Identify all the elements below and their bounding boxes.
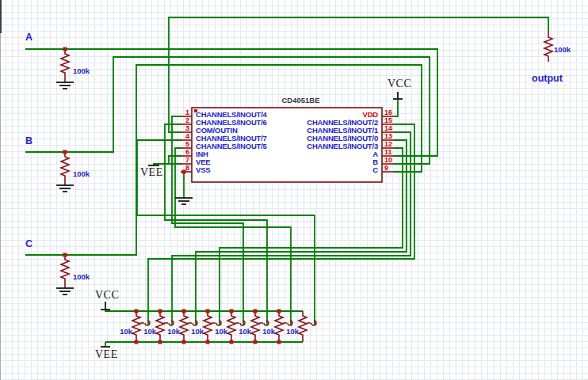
ic-pin-name-12: CHANNELS/INOUT/3 — [277, 142, 378, 150]
ladder-resistor-2-value[interactable]: 10k — [141, 328, 156, 336]
ladder-resistor-3-value[interactable]: 10k — [165, 328, 180, 336]
net-label-b[interactable]: B — [25, 136, 32, 146]
resistor-c-value[interactable]: 100k — [73, 273, 90, 281]
ladder-resistor-5[interactable] — [227, 311, 235, 342]
ladder-resistor-6[interactable] — [251, 311, 259, 342]
vcc-terminal-ladder — [101, 302, 110, 310]
schematic-canvas: CD4051BE CHANNELS/INOUT/4 CHANNELS/INOUT… — [0, 0, 588, 380]
vcc-label-ladder[interactable]: VCC — [95, 290, 119, 302]
ladder-resistor-2[interactable] — [156, 311, 164, 342]
vcc-label-ic[interactable]: VCC — [388, 78, 411, 90]
resistor-a[interactable] — [61, 49, 69, 82]
net-label-c[interactable]: C — [25, 239, 32, 249]
ladder-resistor-6-value[interactable]: 10k — [236, 328, 251, 336]
ladder-resistor-4[interactable] — [204, 311, 212, 342]
resistor-output[interactable] — [544, 32, 552, 62]
ground-c — [56, 288, 74, 294]
resistor-output-value[interactable]: 100k — [554, 46, 571, 54]
resistor-b-value[interactable]: 100k — [73, 170, 90, 178]
net-label-a[interactable]: A — [25, 32, 32, 43]
vcc-terminal-ic — [393, 92, 403, 99]
ic-pin-name-11: A — [277, 150, 378, 158]
ground-a — [56, 82, 74, 89]
ladder-resistor-7-value[interactable]: 10k — [260, 328, 275, 336]
ladder-resistor-5-value[interactable]: 10k — [212, 328, 227, 336]
ladder-resistor-1[interactable] — [132, 311, 140, 342]
ladder-resistor-8[interactable] — [299, 311, 307, 342]
ic-pin-name-5: CHANNELS/INOUT/5 — [196, 142, 284, 150]
ic-pin-number-8: 8 — [175, 165, 189, 172]
resistor-b[interactable] — [61, 152, 69, 185]
ground-b — [56, 185, 74, 192]
schematic-graphics — [0, 0, 588, 380]
ic-pin-name-10: B — [277, 158, 378, 166]
ic-pin-name-9: C — [277, 166, 378, 174]
resistor-c[interactable] — [61, 255, 69, 288]
ladder-resistor-4-value[interactable]: 10k — [189, 328, 204, 336]
resistor-a-value[interactable]: 100k — [73, 67, 90, 75]
vee-label-ic[interactable]: VEE — [140, 167, 163, 179]
ic-pin-name-8: VSS — [196, 166, 284, 174]
vee-label-ladder[interactable]: VEE — [95, 349, 118, 361]
ladder-resistor-3[interactable] — [180, 311, 188, 342]
ic-title: CD4051BE — [271, 97, 330, 104]
ic-pin-number-9: 9 — [384, 165, 399, 172]
net-label-output[interactable]: output — [532, 74, 563, 84]
ladder-resistor-8-value[interactable]: 10k — [284, 328, 299, 336]
ladder-resistor-7[interactable] — [275, 311, 283, 342]
ladder-resistor-1-value[interactable]: 10k — [117, 328, 132, 336]
ground-vss — [175, 198, 193, 204]
